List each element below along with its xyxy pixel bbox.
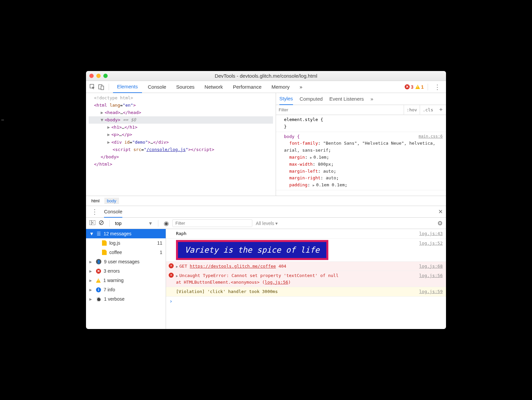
breadcrumb-body[interactable]: body (104, 198, 119, 204)
close-drawer-button[interactable]: × (438, 207, 443, 216)
cls-toggle[interactable]: .cls (420, 105, 436, 115)
warning-icon (415, 85, 420, 89)
console-drawer-tab[interactable]: Console (104, 206, 122, 218)
div-node[interactable]: ▶<div id="demo">…</div> (89, 139, 273, 146)
log-levels-selector[interactable]: All levels ▾ (256, 221, 278, 226)
sidebar-verbose[interactable]: ▶1 verbose (86, 294, 166, 304)
hov-toggle[interactable]: :hov (404, 105, 420, 115)
more-styles-tabs[interactable]: » (370, 93, 373, 105)
breadcrumb-html[interactable]: html (89, 198, 102, 204)
styled-log-message[interactable]: Variety is the spice of life log.js:52 (166, 239, 446, 262)
expand-icon[interactable]: ▶ (89, 279, 93, 282)
styles-tab[interactable]: Styles (279, 93, 293, 105)
expand-icon[interactable]: ▶ (101, 109, 105, 116)
body-close[interactable]: </body> (89, 153, 273, 161)
clear-console-button[interactable] (99, 220, 104, 227)
expand-icon[interactable]: ▶ (107, 131, 111, 138)
log-message[interactable]: Raph log.js:43 (166, 229, 446, 239)
warning-count-badge[interactable]: 1 (415, 84, 424, 90)
breadcrumb: html body (86, 196, 446, 206)
error-message-404[interactable]: ✕ ▶GET https://devtools.glitch.me/coffee… (166, 262, 446, 271)
h1-node[interactable]: ▶<h1>…</h1> (89, 124, 273, 131)
tab-performance[interactable]: Performance (229, 81, 266, 93)
event-listeners-tab[interactable]: Event Listeners (329, 93, 364, 105)
new-style-rule-button[interactable]: + (436, 106, 446, 113)
head-node[interactable]: ▶<head>…</head> (89, 109, 273, 116)
rule-source-link[interactable]: main.css:6 (419, 133, 443, 140)
script-node[interactable]: <script src="/console/log.js"></script> (89, 146, 273, 153)
styles-filter-row: :hov .cls + (276, 105, 446, 115)
message-source-link[interactable]: log.js:43 (416, 230, 443, 237)
context-selector[interactable]: top▼ (115, 221, 153, 226)
tab-sources[interactable]: Sources (172, 81, 199, 93)
body-node-selected[interactable]: ⋯▼<body> == $0 (89, 116, 273, 124)
titlebar: DevTools - devtools.glitch.me/console/lo… (86, 71, 446, 81)
stack-link[interactable]: log.js:56 (265, 280, 288, 285)
expand-icon[interactable]: ▶ (107, 139, 111, 146)
sidebar-user-messages[interactable]: ▶👤9 user messages (86, 257, 166, 266)
main-tab-bar: Elements Console Sources Network Perform… (86, 81, 446, 93)
tab-memory[interactable]: Memory (268, 81, 294, 93)
script-src-link[interactable]: /console/log.js (146, 147, 185, 152)
doctype[interactable]: <!doctype html> (94, 95, 133, 100)
dom-tree: <!doctype html> <html lang="en"> ▶<head>… (86, 93, 276, 169)
expand-icon[interactable]: ▶ (107, 124, 111, 131)
violation-message[interactable]: [Violation] 'click' handler took 3000ms … (166, 287, 446, 297)
console-filter-input[interactable] (172, 219, 252, 227)
error-count-badge[interactable]: ✕3 (405, 84, 413, 90)
tab-elements[interactable]: Elements (113, 81, 142, 93)
body-rule[interactable]: main.css:6 body { font-family: "Benton S… (276, 132, 446, 190)
info-icon: i (96, 287, 101, 292)
console-settings-button[interactable]: ⚙ (437, 220, 443, 227)
sidebar-errors[interactable]: ▶✕3 errors (86, 266, 166, 276)
message-source-link[interactable]: log.js:68 (416, 263, 443, 270)
tab-network[interactable]: Network (201, 81, 227, 93)
styles-panel: Styles Computed Event Listeners » :hov .… (276, 93, 446, 196)
sidebar-file-coffee[interactable]: coffee1 (86, 248, 166, 257)
dom-tree-panel[interactable]: <!doctype html> <html lang="en"> ▶<head>… (86, 93, 276, 196)
devtools-window: DevTools - devtools.glitch.me/console/lo… (86, 71, 446, 329)
computed-tab[interactable]: Computed (300, 93, 323, 105)
console-prompt[interactable]: › (166, 297, 446, 306)
toggle-sidebar-button[interactable] (89, 220, 95, 226)
error-message-typeerror[interactable]: ✕ ▶Uncaught TypeError: Cannot set proper… (166, 271, 446, 287)
error-icon: ✕ (169, 263, 174, 268)
expand-icon[interactable]: ▶ (89, 297, 93, 301)
html-open[interactable]: <html lang="en"> (89, 102, 273, 109)
console-messages[interactable]: Raph log.js:43 Variety is the spice of l… (166, 229, 446, 329)
settings-menu-button[interactable]: ⋮ (432, 83, 443, 91)
expand-icon[interactable]: ▶ (176, 274, 179, 278)
svg-line-6 (100, 221, 103, 224)
expand-icon[interactable]: ▶ (89, 260, 93, 264)
sidebar-messages-all[interactable]: ▼☰12 messages (86, 229, 166, 238)
live-expression-button[interactable]: ◉ (164, 220, 169, 227)
expand-icon[interactable]: ▶ (89, 269, 93, 273)
separator (109, 220, 110, 227)
collapse-icon[interactable]: ▼ (101, 116, 105, 124)
message-source-link[interactable]: log.js:52 (416, 240, 443, 260)
sidebar-file-logjs[interactable]: log.js11 (86, 238, 166, 248)
message-source-link[interactable]: log.js:59 (416, 288, 443, 295)
styles-filter-input[interactable] (276, 105, 404, 115)
inspect-element-icon[interactable] (89, 84, 96, 90)
tab-console[interactable]: Console (144, 81, 170, 93)
element-style-rule[interactable]: element.style { } (276, 115, 446, 132)
console-sidebar: ▼☰12 messages log.js11 coffee1 ▶👤9 user … (86, 229, 166, 329)
separator (428, 84, 428, 90)
p-node[interactable]: ▶<p>…</p> (89, 131, 273, 138)
file-icon (102, 250, 107, 255)
sidebar-info[interactable]: ▶i7 info (86, 285, 166, 294)
device-toggle-icon[interactable] (98, 84, 105, 90)
expand-icon[interactable]: ▶ (89, 288, 93, 292)
sidebar-warnings[interactable]: ▶1 warning (86, 276, 166, 285)
expand-icon[interactable]: ▶ (176, 265, 179, 268)
html-close[interactable]: </html> (89, 161, 273, 168)
error-icon: ✕ (96, 269, 101, 274)
console-menu-button[interactable]: ⋮ (89, 208, 100, 216)
message-source-link[interactable]: log.js:56 (416, 272, 443, 285)
user-icon: 👤 (96, 259, 101, 264)
request-url-link[interactable]: https://devtools.glitch.me/coffee (190, 264, 276, 269)
tab-more[interactable]: » (296, 81, 306, 93)
error-icon: ✕ (405, 84, 410, 89)
styles-body[interactable]: element.style { } main.css:6 body { font… (276, 115, 446, 196)
